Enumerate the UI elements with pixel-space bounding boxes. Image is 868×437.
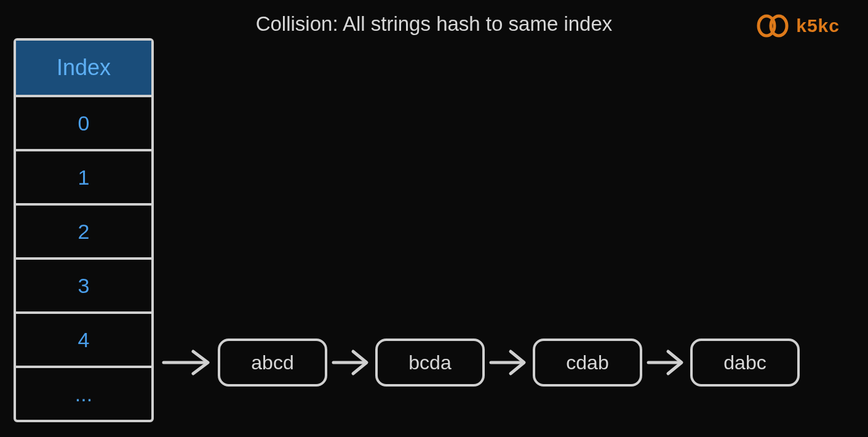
table-row: 1 <box>16 149 151 203</box>
table-header: Index <box>16 41 151 95</box>
arrow-icon <box>646 344 687 381</box>
brand-watermark: k5kc <box>755 14 840 38</box>
brand-logo-icon <box>755 14 790 38</box>
arrow-icon <box>161 344 214 381</box>
table-row: 3 <box>16 257 151 311</box>
chain-node: bcda <box>375 339 485 387</box>
chain-node-label: abcd <box>251 351 293 374</box>
chain-node: cdab <box>533 339 642 387</box>
diagram-title: Collision: All strings hash to same inde… <box>256 12 613 36</box>
chain-node-label: bcda <box>408 351 451 374</box>
table-row: 4 <box>16 311 151 366</box>
table-row: ... <box>16 366 151 420</box>
chain-node-label: cdab <box>566 351 608 374</box>
table-row: 2 <box>16 203 151 257</box>
chain-node: dabc <box>690 339 800 387</box>
chain-node: abcd <box>218 339 327 387</box>
diagram-canvas: Collision: All strings hash to same inde… <box>0 0 868 437</box>
table-row: 0 <box>16 95 151 149</box>
brand-text: k5kc <box>796 15 840 36</box>
chain-node-label: dabc <box>723 351 766 374</box>
arrow-icon <box>331 344 372 381</box>
collision-chain: abcd bcda cdab dabc <box>161 339 803 387</box>
hash-table: Index 0 1 2 3 4 ... <box>14 38 154 422</box>
arrow-icon <box>488 344 529 381</box>
